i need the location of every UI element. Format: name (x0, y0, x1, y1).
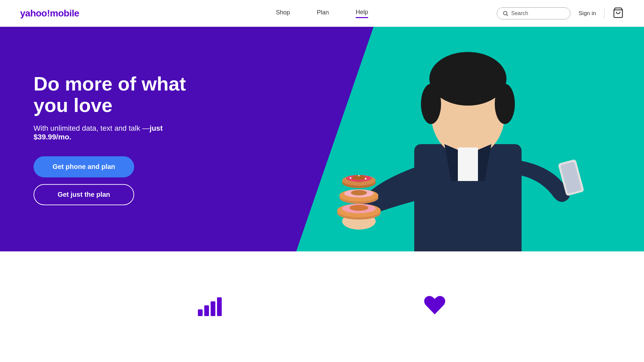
svg-point-0 (503, 11, 507, 15)
cart-button[interactable] (612, 7, 624, 20)
brand-name: yahoo!mobile (20, 8, 79, 19)
bottom-section (0, 251, 644, 362)
hero-illustration (293, 27, 595, 251)
svg-line-1 (506, 14, 508, 16)
bar-2 (204, 305, 209, 316)
svg-point-27 (350, 177, 351, 179)
nav-shop[interactable]: Shop (276, 9, 290, 17)
bar-4 (217, 297, 222, 316)
hero-person-image (245, 27, 644, 251)
cart-icon (612, 7, 624, 18)
navbar-right: Search Sign in (497, 7, 624, 20)
svg-point-29 (358, 175, 360, 176)
signal-bars-icon (198, 297, 222, 316)
nav-divider (604, 8, 604, 18)
heart-svg (423, 294, 446, 316)
hero-section: Do more of what you love With unlimited … (0, 27, 644, 251)
hero-title: Do more of what you love (34, 73, 201, 116)
svg-point-28 (365, 178, 366, 180)
hero-subtitle-plain: With unlimited data, text and talk — (34, 124, 150, 132)
heart-icon (423, 294, 446, 319)
bar-3 (211, 301, 215, 316)
hero-content: Do more of what you love With unlimited … (34, 73, 201, 205)
hero-subtitle: With unlimited data, text and talk —just… (34, 124, 201, 141)
svg-point-6 (429, 52, 506, 106)
get-just-plan-button[interactable]: Get just the plan (34, 184, 134, 205)
svg-point-8 (495, 84, 515, 124)
svg-point-21 (351, 190, 367, 195)
svg-point-7 (421, 84, 441, 124)
search-bar[interactable]: Search (497, 7, 571, 19)
bar-1 (198, 309, 203, 316)
signin-button[interactable]: Sign in (579, 10, 596, 17)
get-phone-plan-button[interactable]: Get phone and plan (34, 156, 134, 177)
nav-links: Shop Plan Help (276, 9, 368, 18)
nav-plan[interactable]: Plan (317, 9, 329, 17)
logo[interactable]: yahoo!mobile (20, 8, 79, 19)
nav-help[interactable]: Help (356, 9, 368, 18)
search-icon (502, 10, 508, 16)
navbar: yahoo!mobile Shop Plan Help Search Sign … (0, 0, 644, 27)
svg-rect-10 (458, 147, 478, 181)
search-label: Search (511, 10, 528, 16)
svg-point-16 (350, 205, 368, 211)
